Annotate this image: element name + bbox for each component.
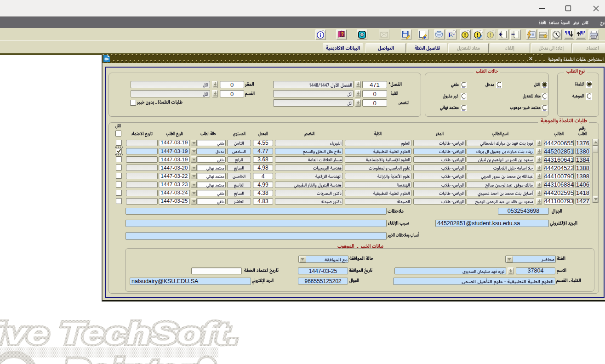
svg-text:Painter: Painter — [62, 351, 197, 364]
svg-text:?: ? — [341, 32, 343, 37]
svg-text:E: E — [448, 31, 453, 39]
svg-text:ive TechSoft.: ive TechSoft. — [0, 316, 239, 350]
